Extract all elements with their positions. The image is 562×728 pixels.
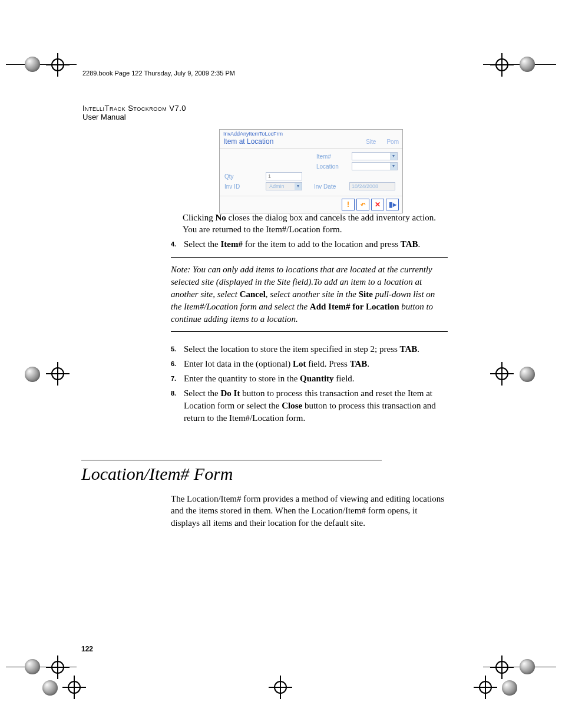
section-paragraph: The Location/Item# form provides a metho…	[171, 493, 448, 529]
item-label: Item#	[316, 153, 352, 160]
note-box: Note: You can only add items to location…	[171, 257, 448, 332]
arrow-right-icon: ▮▸	[389, 200, 396, 209]
invdate-input[interactable]: 10/24/2008	[349, 182, 395, 190]
location-dropdown[interactable]: ▾	[352, 162, 398, 170]
dialog-title: Item at Location	[223, 137, 273, 146]
invdate-label: Inv Date	[314, 183, 349, 190]
doit-button[interactable]: ▮▸	[386, 199, 399, 210]
step-number: 7.	[171, 373, 184, 385]
other-label: Pom	[386, 139, 399, 145]
invid-label: Inv ID	[224, 183, 266, 190]
steps-5-8: 5. Select the location to store the item…	[171, 343, 449, 427]
register-mark-icon	[46, 53, 70, 77]
crop-dot-icon	[25, 659, 40, 674]
register-mark-icon	[474, 676, 497, 699]
crop-dot-icon	[25, 57, 40, 72]
close-button[interactable]: ✕	[371, 199, 384, 210]
dialog-titlebar: Item at Location Site Pom	[220, 137, 402, 149]
qty-label: Qty	[224, 173, 266, 180]
crop-dot-icon	[520, 659, 535, 674]
qty-input[interactable]: 1	[266, 172, 302, 180]
step-4: 4. Select the Item# for the item to add …	[171, 238, 449, 253]
section-heading: Location/Item# Form	[81, 460, 382, 484]
register-mark-icon	[490, 53, 514, 77]
form-id-text: InvAddAnyItemToLocFrm	[220, 130, 402, 137]
step-number: 5.	[171, 343, 184, 355]
step-number: 4.	[171, 238, 184, 251]
register-mark-icon	[490, 362, 514, 386]
page-header-text: 2289.book Page 122 Thursday, July 9, 200…	[82, 70, 235, 77]
undo-icon: ↶	[361, 202, 365, 208]
crop-dot-icon	[520, 367, 535, 382]
site-label: Site	[366, 139, 376, 145]
crop-dot-icon	[502, 680, 517, 696]
register-mark-icon	[46, 362, 70, 386]
doc-subtitle: User Manual	[82, 113, 126, 121]
crop-dot-icon	[42, 680, 58, 696]
priority-button[interactable]: !	[342, 199, 355, 210]
doc-title: IntelliTrack Stockroom V7.0	[82, 104, 186, 113]
register-mark-icon	[269, 676, 292, 699]
exclamation-icon: !	[347, 200, 349, 209]
chevron-down-icon: ▾	[390, 153, 397, 160]
page-number: 122	[81, 645, 93, 653]
register-mark-icon	[62, 676, 86, 699]
close-icon: ✕	[375, 200, 381, 209]
crop-dot-icon	[520, 57, 535, 72]
location-label: Location	[316, 163, 352, 170]
crop-dot-icon	[25, 367, 40, 382]
item-dropdown[interactable]: ▾	[352, 152, 398, 160]
reset-button[interactable]: ↶	[356, 199, 369, 210]
chevron-down-icon: ▾	[295, 183, 302, 190]
invid-dropdown[interactable]: Admin ▾	[266, 182, 302, 190]
dialog-figure: InvAddAnyItemToLocFrm Item at Location S…	[219, 129, 403, 213]
step-number: 8.	[171, 387, 184, 424]
paragraph-after-figure: Clicking No closes the dialog box and ca…	[183, 212, 448, 236]
dialog-button-row: ! ↶ ✕ ▮▸	[220, 196, 402, 213]
chevron-down-icon: ▾	[390, 163, 397, 170]
step-number: 6.	[171, 358, 184, 370]
